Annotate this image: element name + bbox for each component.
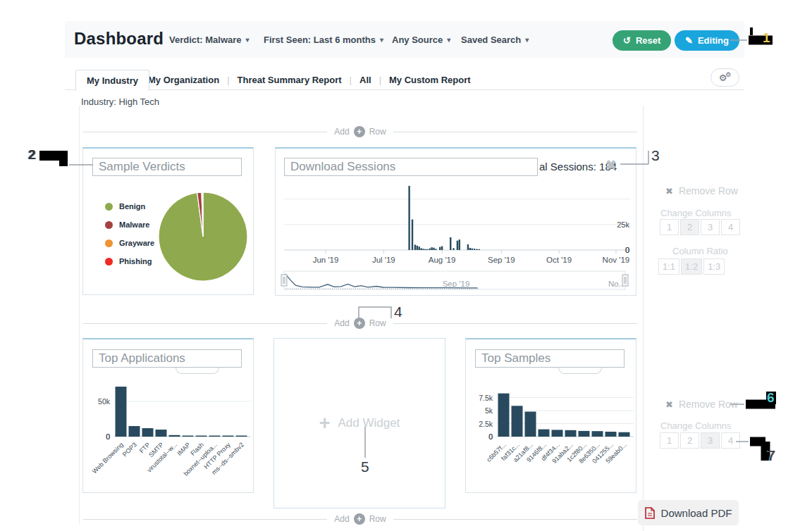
industry-subtitle: Industry: High Tech	[81, 96, 159, 107]
add-row-divider[interactable]: Add + Row	[83, 318, 637, 328]
saved-search-dropdown[interactable]: Saved Search ▾	[461, 21, 529, 58]
ratio-1-2-button[interactable]: 1:2	[681, 258, 702, 275]
row-text: Row	[369, 514, 386, 524]
chevron-down-icon: ▾	[447, 36, 450, 44]
tab-all[interactable]: All	[359, 75, 371, 85]
add-row-divider[interactable]: Add + Row	[83, 127, 637, 137]
row-text: Row	[369, 127, 386, 137]
svg-text:Jun '19: Jun '19	[313, 256, 339, 264]
callout-number: 3	[651, 148, 660, 163]
add-row-divider[interactable]: Add + Row	[83, 514, 637, 524]
legend-swatch	[105, 239, 113, 247]
columns-2-button[interactable]: 2	[680, 432, 699, 449]
add-circle-icon[interactable]: +	[354, 513, 365, 525]
change-columns-group: 1 2 3 4	[660, 219, 740, 235]
reset-label: Reset	[636, 35, 660, 46]
widget-title-input[interactable]	[475, 349, 625, 368]
tab-separator: |	[350, 75, 352, 85]
filter-verdict[interactable]: Verdict: Malware ▾	[169, 21, 250, 58]
svg-text:POP3: POP3	[121, 441, 138, 458]
svg-text:2.5k: 2.5k	[479, 420, 493, 428]
top-samples-chart: 02.5k5k7.5k0c6b57f...faf31c...a21af8...9…	[470, 379, 634, 492]
tab-my-organization[interactable]: My Organization	[148, 75, 219, 85]
tab-threat-summary-report[interactable]: Threat Summary Report	[238, 75, 342, 85]
content-right-border	[643, 106, 644, 531]
gear-icon: ⚙	[725, 72, 731, 78]
row-text: Row	[369, 318, 386, 328]
legend-swatch	[105, 203, 113, 211]
divider-line	[83, 132, 327, 132]
remove-row-button[interactable]: ✖ Remove Row	[665, 185, 738, 196]
ratio-1-3-button[interactable]: 1:3	[703, 258, 725, 275]
callout-number: 6	[767, 391, 775, 404]
widget-title-input[interactable]	[284, 158, 538, 176]
column-ratio-group: 1:1 1:2 1:3	[658, 258, 725, 275]
columns-3-button[interactable]: 3	[701, 432, 720, 449]
tab-my-industry[interactable]: My Industry	[75, 70, 149, 91]
divider-line	[83, 323, 327, 324]
tab-separator: |	[379, 75, 381, 85]
download-pdf-button[interactable]: Download PDF	[638, 500, 739, 525]
top-samples-widget: 02.5k5k7.5k0c6b57f...faf31c...a21af8...9…	[465, 338, 636, 493]
callout-number: 2	[28, 148, 36, 161]
columns-1-button[interactable]: 1	[660, 219, 679, 235]
add-widget-panel[interactable]: + Add Widget	[273, 338, 445, 508]
top-applications-widget: 050k0Web BrowsingPOP3FTPSMTPvirustotal--…	[82, 338, 254, 493]
close-widget-icon[interactable]: ✖	[605, 157, 617, 173]
tab-separator: |	[227, 75, 229, 85]
download-pdf-label: Download PDF	[661, 507, 732, 519]
edit-icon: ✎	[685, 35, 693, 46]
add-row-label: Add + Row	[327, 318, 393, 329]
ratio-1-1-button[interactable]: 1:1	[658, 258, 679, 275]
columns-2-button[interactable]: 2	[680, 219, 699, 235]
remove-icon: ✖	[665, 186, 673, 196]
remove-row-button[interactable]: ✖ Remove Row	[665, 399, 738, 410]
sample-verdicts-widget: BenignMalwareGraywarePhishing	[82, 147, 254, 295]
svg-text:0: 0	[625, 246, 629, 254]
svg-text:Jul '19: Jul '19	[372, 256, 395, 264]
widget-control-peek	[558, 368, 602, 374]
remove-row-label: Remove Row	[679, 185, 738, 196]
tab-my-custom-report[interactable]: My Custom Report	[389, 75, 471, 85]
callout-marker-7: 7	[736, 430, 785, 466]
svg-text:50k: 50k	[98, 397, 111, 406]
svg-text:Sep '19: Sep '19	[488, 256, 515, 264]
svg-text:7.5k: 7.5k	[479, 394, 493, 402]
callout-number: 4	[394, 304, 402, 319]
add-circle-icon[interactable]: +	[354, 318, 365, 329]
reset-button[interactable]: ↺ Reset	[613, 30, 671, 51]
add-text: Add	[334, 514, 349, 524]
legend-swatch	[105, 258, 113, 266]
divider-line	[393, 132, 637, 132]
filter-verdict-label: Verdict: Malware	[169, 35, 242, 45]
legend-item: Benign	[105, 202, 154, 211]
add-row-label: Add + Row	[327, 126, 393, 137]
timeline-navigator[interactable]: Sep '19No..	[278, 270, 634, 294]
columns-4-button[interactable]: 4	[721, 219, 740, 235]
filter-first-seen[interactable]: First Seen: Last 6 months ▾	[264, 21, 383, 58]
filter-first-seen-label: First Seen: Last 6 months	[264, 35, 376, 45]
legend-item: Grayware	[105, 239, 154, 247]
svg-text:No..: No..	[608, 280, 623, 288]
tabs-underline	[65, 89, 744, 90]
filter-source[interactable]: Any Source ▾	[392, 21, 450, 58]
add-circle-icon[interactable]: +	[354, 126, 365, 137]
download-sessions-chart: 025k0Jun '19Jul '19Aug '19Sep '19Oct '19…	[278, 181, 634, 268]
columns-3-button[interactable]: 3	[701, 219, 720, 235]
widget-title-input[interactable]	[92, 158, 242, 176]
columns-4-button[interactable]: 4	[721, 432, 740, 449]
change-columns-label: Change Columns	[660, 208, 731, 218]
dashboard-settings-button[interactable]: ⚙ ⚙	[710, 68, 739, 87]
change-columns-label: Change Columns	[660, 420, 731, 431]
editing-label: Editing	[698, 35, 729, 46]
legend-item: Malware	[105, 220, 154, 229]
svg-text:Aug '19: Aug '19	[429, 256, 456, 264]
columns-1-button[interactable]: 1	[660, 432, 679, 449]
widget-title-input[interactable]	[92, 349, 242, 368]
tab-my-industry-label: My Industry	[87, 75, 138, 86]
svg-text:Web Browsing: Web Browsing	[91, 441, 125, 475]
header-bar: Dashboard Verdict: Malware ▾ First Seen:…	[65, 21, 744, 58]
remove-icon: ✖	[665, 399, 673, 410]
editing-button[interactable]: ✎ Editing	[675, 30, 739, 51]
legend-swatch	[105, 221, 113, 229]
